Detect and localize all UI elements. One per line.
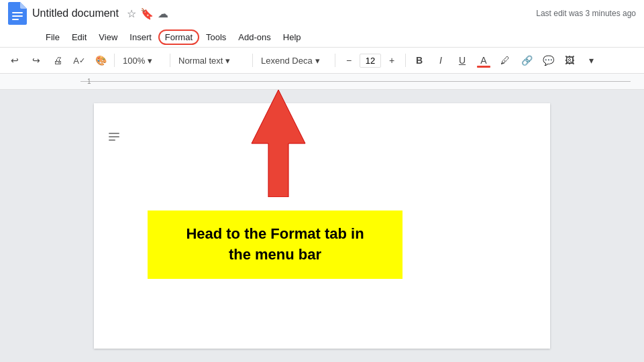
toolbar: ↩ ↪ 🖨 A✓ 🎨 100% ▾ Normal text ▾ Lexend D… bbox=[0, 47, 644, 74]
separator-2 bbox=[170, 54, 170, 67]
font-dropdown[interactable]: Lexend Deca ▾ bbox=[257, 54, 331, 67]
menu-insert[interactable]: Insert bbox=[124, 29, 157, 45]
font-color-icon: A bbox=[480, 55, 486, 66]
font-value: Lexend Deca bbox=[261, 56, 313, 66]
font-size-controls: − + bbox=[339, 51, 401, 70]
separator-1 bbox=[114, 54, 115, 67]
menu-addons[interactable]: Add-ons bbox=[233, 29, 276, 45]
menu-tools[interactable]: Tools bbox=[201, 29, 231, 45]
document-page: Head to the Format tab in the menu bar bbox=[94, 103, 550, 349]
svg-rect-5 bbox=[109, 139, 115, 141]
svg-rect-2 bbox=[12, 19, 19, 20]
font-arrow-icon: ▾ bbox=[315, 56, 320, 66]
comment-button[interactable]: 💬 bbox=[539, 51, 557, 70]
zoom-value: 100% bbox=[123, 56, 145, 66]
instruction-text: Head to the Format tab in the menu bar bbox=[168, 224, 382, 265]
menu-file[interactable]: File bbox=[40, 29, 65, 45]
redo-button[interactable]: ↪ bbox=[27, 51, 46, 70]
menu-help[interactable]: Help bbox=[278, 29, 307, 45]
image-button[interactable]: 🖼 bbox=[560, 51, 579, 70]
paint-format-button[interactable]: 🎨 bbox=[91, 51, 110, 70]
separator-3 bbox=[252, 54, 253, 67]
menu-format[interactable]: Format bbox=[158, 29, 199, 45]
highlight-button[interactable]: 🖊 bbox=[496, 51, 515, 70]
bookmark-icon[interactable]: 🔖 bbox=[140, 7, 154, 20]
yellow-instruction-box: Head to the Format tab in the menu bar bbox=[148, 210, 402, 279]
style-dropdown[interactable]: Normal text ▾ bbox=[174, 54, 248, 67]
zoom-arrow-icon: ▾ bbox=[148, 56, 152, 66]
ruler: 1 bbox=[0, 74, 644, 90]
more-button[interactable]: ▾ bbox=[582, 51, 600, 70]
document-title[interactable]: Untitled document bbox=[32, 7, 119, 19]
instruction-line1: Head to the Format tab in bbox=[186, 225, 364, 242]
bold-button[interactable]: B bbox=[410, 51, 429, 70]
red-arrow bbox=[248, 90, 309, 200]
print-button[interactable]: 🖨 bbox=[48, 51, 67, 70]
font-color-indicator bbox=[477, 66, 490, 68]
link-button[interactable]: 🔗 bbox=[517, 51, 536, 70]
svg-rect-1 bbox=[12, 15, 23, 17]
ruler-line bbox=[80, 81, 631, 82]
svg-marker-6 bbox=[252, 90, 305, 197]
style-arrow-icon: ▾ bbox=[225, 56, 230, 66]
separator-5 bbox=[405, 54, 406, 67]
menu-edit[interactable]: Edit bbox=[66, 29, 92, 45]
font-size-input[interactable] bbox=[360, 54, 381, 68]
docs-icon bbox=[8, 2, 27, 25]
document-area: Head to the Format tab in the menu bar bbox=[0, 90, 644, 362]
title-icons: ☆ 🔖 ☁ bbox=[127, 7, 168, 20]
svg-rect-0 bbox=[12, 12, 23, 13]
star-icon[interactable]: ☆ bbox=[127, 7, 136, 20]
menu-view[interactable]: View bbox=[93, 29, 123, 45]
spellcheck-button[interactable]: A✓ bbox=[70, 51, 89, 70]
menu-bar: File Edit View Insert Format Tools Add-o… bbox=[0, 27, 644, 47]
font-color-button[interactable]: A bbox=[474, 51, 493, 70]
instruction-line2: the menu bar bbox=[229, 246, 321, 263]
zoom-dropdown[interactable]: 100% ▾ bbox=[119, 54, 166, 67]
ruler-mark-1: 1 bbox=[87, 78, 91, 85]
italic-button[interactable]: I bbox=[431, 51, 450, 70]
cloud-icon[interactable]: ☁ bbox=[158, 7, 168, 20]
list-icon bbox=[107, 130, 121, 146]
svg-rect-4 bbox=[109, 136, 119, 137]
title-bar: Untitled document ☆ 🔖 ☁ Last edit was 3 … bbox=[0, 0, 644, 27]
font-size-increase-button[interactable]: + bbox=[382, 51, 401, 70]
undo-button[interactable]: ↩ bbox=[5, 51, 24, 70]
style-value: Normal text bbox=[178, 56, 223, 66]
separator-4 bbox=[335, 54, 335, 67]
font-size-decrease-button[interactable]: − bbox=[339, 51, 358, 70]
underline-button[interactable]: U bbox=[453, 51, 472, 70]
svg-rect-3 bbox=[109, 133, 119, 134]
last-edit-text: Last edit was 3 minutes ago bbox=[536, 9, 636, 18]
